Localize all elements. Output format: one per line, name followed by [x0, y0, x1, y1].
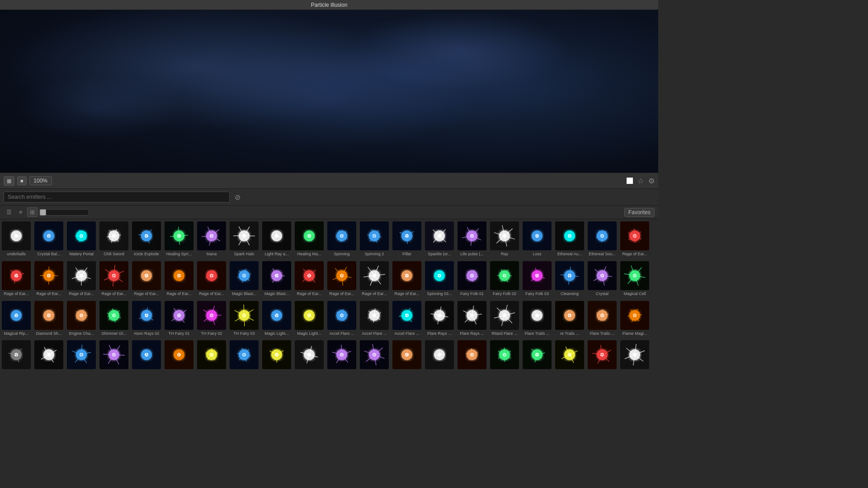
square-button[interactable]: ■: [17, 176, 27, 185]
emitter-item[interactable]: Engine Cha...: [65, 299, 98, 338]
emitter-item[interactable]: Rage of Ear...: [293, 259, 326, 299]
emitter-item[interactable]: re Trails ...: [553, 299, 586, 338]
emitter-item[interactable]: Rage of Ear...: [98, 259, 130, 299]
emitter-item[interactable]: Ritard Flare ...: [488, 299, 521, 338]
emitter-item[interactable]: Watery Portal: [65, 219, 98, 259]
emitter-item[interactable]: Sparkle (or...: [423, 219, 456, 259]
emitter-item[interactable]: Rage of Ear...: [195, 259, 228, 299]
emitter-item[interactable]: gic Pool ...: [521, 338, 553, 371]
emitter-item[interactable]: Ethereal Sou...: [586, 219, 618, 259]
emitter-item[interactable]: Crystal: [586, 259, 618, 299]
emitter-item[interactable]: Ethereal Au...: [195, 338, 228, 371]
emitter-item[interactable]: Fairy Folk 01: [456, 259, 488, 299]
emitter-item[interactable]: Ethereal Au...: [163, 338, 195, 371]
emitter-item[interactable]: Shimmer Gl...: [98, 299, 130, 338]
favorites-button[interactable]: Favorites: [624, 208, 655, 217]
emitter-item[interactable]: Life pulse (...: [456, 219, 488, 259]
emitter-item[interactable]: Atom Rays 02: [130, 299, 163, 338]
emitter-item[interactable]: Healing Spri...: [163, 219, 195, 259]
emitter-item[interactable]: Rage of Ear...: [33, 259, 65, 299]
settings-icon[interactable]: ⚙: [648, 177, 655, 185]
emitter-item[interactable]: Light Ray a...: [260, 219, 293, 259]
emitter-item[interactable]: Spark Halo: [228, 219, 260, 259]
emitter-item[interactable]: Rage of Ear...: [65, 259, 98, 299]
emitter-item[interactable]: Magic Pool 01: [488, 338, 521, 371]
emitter-item[interactable]: Spinning 03...: [423, 259, 456, 299]
emitter-item[interactable]: Smokey Sp...: [0, 338, 33, 371]
emitter-item[interactable]: Crystal Bal...: [33, 219, 65, 259]
emitter-item[interactable]: Magic - Saf...: [358, 338, 391, 371]
emitter-item[interactable]: Magic - He...: [228, 338, 260, 371]
color-swatch[interactable]: [627, 178, 633, 184]
emitter-item[interactable]: Magic - He...: [260, 338, 293, 371]
emitter-item[interactable]: Accel Flare ...: [391, 299, 423, 338]
emitter-item[interactable]: Magic - Hol...: [293, 338, 326, 371]
emitter-item[interactable]: Ethereal Au...: [553, 219, 586, 259]
emitter-item[interactable]: Magic Blast...: [260, 259, 293, 299]
emitter-item[interactable]: Rage of Ear...: [456, 338, 488, 371]
emitter-item[interactable]: Flare Trails ...: [521, 299, 553, 338]
emitter-item[interactable]: Rage of Ear...: [358, 259, 391, 299]
emitter-item[interactable]: Magic Light...: [260, 299, 293, 338]
emitter-item[interactable]: Diamond Sh...: [33, 299, 65, 338]
emitter-item[interactable]: Icicle Explode: [130, 219, 163, 259]
square-icon: ■: [20, 178, 24, 183]
emitter-item[interactable]: Rage of Ear...: [618, 219, 651, 259]
list-view-button[interactable]: ☰: [4, 207, 14, 217]
emitter-item[interactable]: Accel Flare ...: [358, 299, 391, 338]
emitter-item[interactable]: Accel Flare ...: [326, 299, 358, 338]
emitter-item[interactable]: Spinning 2: [358, 219, 391, 259]
emitter-grid-container[interactable]: underballsCrystal Bal...Watery PortalChi…: [0, 219, 658, 371]
emitter-item[interactable]: Cleansing: [553, 259, 586, 299]
emitter-item[interactable]: Electric Glo...: [65, 338, 98, 371]
emitter-item[interactable]: Magic - Gra...: [391, 338, 423, 371]
emitter-label: Healing Spri...: [166, 252, 192, 257]
emitter-item[interactable]: Mana: [195, 219, 228, 259]
emitter-item[interactable]: Healing Ma...: [293, 219, 326, 259]
emitter-item[interactable]: Warp Flash ...: [33, 338, 65, 371]
emitter-item[interactable]: Chili Sword: [98, 219, 130, 259]
emitter-item[interactable]: Flare Rays ...: [456, 299, 488, 338]
search-input[interactable]: [4, 192, 230, 202]
emitter-item[interactable]: ACT_Angry ...: [586, 338, 618, 371]
emitter-item[interactable]: ACT_Beam ...: [618, 338, 651, 371]
compact-list-button[interactable]: ≡: [16, 207, 25, 217]
size-slider[interactable]: [39, 209, 89, 216]
emitter-item[interactable]: Flare Rays ...: [423, 299, 456, 338]
emitter-item[interactable]: Fairy Folk 03: [521, 259, 553, 299]
emitter-item[interactable]: Ray: [488, 219, 521, 259]
emitter-item[interactable]: Spinning: [326, 219, 358, 259]
grid-view-button[interactable]: ⊞: [27, 207, 38, 217]
emitter-item[interactable]: Flame Magi...: [618, 299, 651, 338]
emitter-item[interactable]: Magic Smo...: [98, 338, 130, 371]
clear-search-button[interactable]: ⊘: [233, 193, 241, 201]
emitter-item[interactable]: TH Fairy 01: [163, 299, 195, 338]
emitter-label: Accel Flare ...: [394, 331, 419, 336]
emitter-item[interactable]: Pillar: [391, 219, 423, 259]
emitter-label: Rage of Ear...: [101, 291, 126, 296]
emitter-item[interactable]: TH Fairy 02: [195, 299, 228, 338]
emitter-item[interactable]: underballs: [0, 219, 33, 259]
emitter-item[interactable]: ACT_Holy Pl...: [553, 338, 586, 371]
emitter-label: Ethereal Au...: [557, 252, 582, 257]
emitter-item[interactable]: Rage of Ear...: [326, 259, 358, 299]
filmstrip-button[interactable]: ▦: [4, 176, 14, 186]
emitter-item[interactable]: Flare Trails ...: [586, 299, 618, 338]
emitter-item[interactable]: Rage of Ear...: [391, 259, 423, 299]
emitter-item[interactable]: Fairy Folk 02: [488, 259, 521, 299]
view-controls: ☰ ≡ ⊞ Favorites: [0, 206, 658, 219]
emitter-item[interactable]: Magic Light...: [293, 299, 326, 338]
emitter-item[interactable]: Magic Smo...: [130, 338, 163, 371]
emitter-item[interactable]: Magical Cell: [618, 259, 651, 299]
emitter-item[interactable]: TH Fairy 03: [228, 299, 260, 338]
emitter-item[interactable]: Magic Blast...: [228, 259, 260, 299]
emitter-item[interactable]: Flash Burst ...: [423, 338, 456, 371]
preview-area[interactable]: [0, 10, 658, 173]
emitter-item[interactable]: Magic - Win...: [326, 338, 358, 371]
emitter-item[interactable]: Rage of Ear...: [0, 259, 33, 299]
star-icon[interactable]: ☆: [637, 177, 644, 185]
emitter-item[interactable]: Rage of Ear...: [163, 259, 195, 299]
emitter-item[interactable]: Loss: [521, 219, 553, 259]
emitter-item[interactable]: Rage of Ear...: [130, 259, 163, 299]
emitter-item[interactable]: Magical Rip...: [0, 299, 33, 338]
